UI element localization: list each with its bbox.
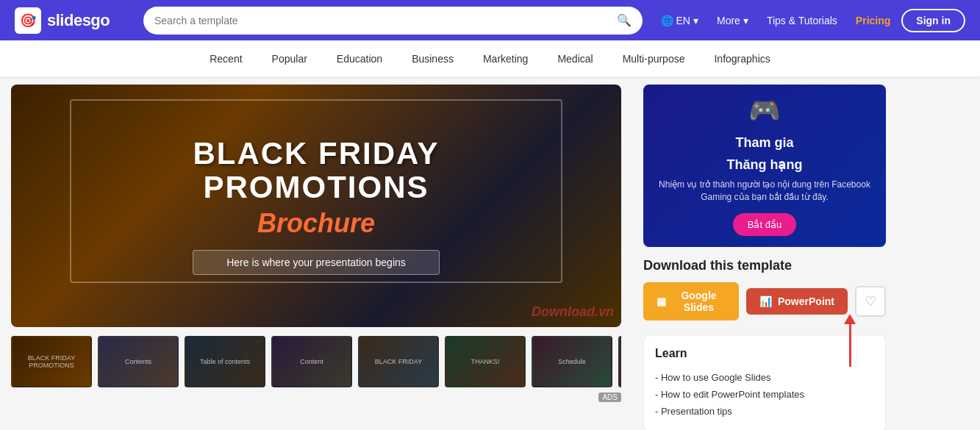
ad-title-1: Tham gia <box>735 135 793 151</box>
arrow-line <box>849 323 851 367</box>
logo-area: 🎯 slidesgo <box>15 7 132 34</box>
main-content: BLACK FRIDAY PROMOTIONS Brochure Here is… <box>0 77 980 430</box>
nav-item-multipurpose[interactable]: Multi-purpose <box>623 49 685 68</box>
thumbnail-3[interactable]: Table of contents <box>185 336 265 387</box>
watermark: Download.vn <box>532 304 614 320</box>
header: 🎯 slidesgo 🔍 🌐 EN ▾ More ▾ Tips & Tutori… <box>0 0 980 40</box>
nav-item-popular[interactable]: Popular <box>272 49 307 68</box>
ad-title-2: Thăng hạng <box>727 157 803 173</box>
download-title: Download this template <box>643 258 886 273</box>
language-button[interactable]: 🌐 EN ▾ <box>654 10 706 31</box>
thumbnail-8[interactable] <box>618 336 621 387</box>
thumbnail-5[interactable]: BLACK FRIDAY <box>358 336 439 387</box>
more-button[interactable]: More ▾ <box>709 10 756 31</box>
header-right: 🌐 EN ▾ More ▾ Tips & Tutorials Pricing S… <box>654 9 965 32</box>
search-bar: 🔍 <box>143 7 643 35</box>
powerpoint-icon: 📊 <box>759 295 772 307</box>
thumbnail-1[interactable]: BLACK FRIDAY PROMOTIONS <box>11 336 92 387</box>
download-section: Download this template ▦ Google Slides 📊… <box>643 258 886 320</box>
search-icon: 🔍 <box>617 13 632 27</box>
tips-tutorials-button[interactable]: Tips & Tutorials <box>759 10 845 31</box>
learn-link-presentation-tips[interactable]: - Presentation tips <box>655 403 874 420</box>
thumbnail-6[interactable]: THANKS! <box>445 336 526 387</box>
logo-icon: 🎯 <box>15 7 41 34</box>
gamepad-icon: 🎮 <box>748 96 781 126</box>
favorite-button[interactable]: ♡ <box>855 286 886 317</box>
nav-item-recent[interactable]: Recent <box>210 49 242 68</box>
learn-link-google-slides[interactable]: - How to use Google Slides <box>655 369 874 386</box>
search-input[interactable] <box>154 15 609 26</box>
right-panel: 🎮 Tham gia Thăng hạng Nhiệm vụ trở thành… <box>632 77 897 430</box>
logo-text: slidesgo <box>47 11 110 30</box>
slide-thumbnails: BLACK FRIDAY PROMOTIONS Contents Table o… <box>11 336 621 387</box>
main-nav: Recent Popular Education Business Market… <box>0 40 980 77</box>
signin-button[interactable]: Sign in <box>901 9 965 32</box>
thumbnail-4[interactable]: Content <box>271 336 352 387</box>
google-slides-button[interactable]: ▦ Google Slides <box>643 282 739 320</box>
thumbnail-2[interactable]: Contents <box>98 336 179 387</box>
ad-description: Nhiệm vụ trở thành người tạo nội dung tr… <box>654 179 875 204</box>
thumbnail-7[interactable]: Schedule <box>532 336 612 387</box>
main-slide-preview[interactable]: BLACK FRIDAY PROMOTIONS Brochure Here is… <box>11 85 621 327</box>
nav-item-marketing[interactable]: Marketing <box>483 49 528 68</box>
google-slides-icon: ▦ <box>657 295 666 307</box>
ads-badge: ADS <box>11 390 621 403</box>
pricing-button[interactable]: Pricing <box>848 10 898 31</box>
powerpoint-button[interactable]: 📊 PowerPoint <box>746 288 848 315</box>
ad-cta-button[interactable]: Bắt đầu <box>733 213 796 236</box>
ad-banner: 🎮 Tham gia Thăng hạng Nhiệm vụ trở thành… <box>643 85 886 247</box>
heart-icon: ♡ <box>865 293 876 309</box>
nav-item-infographics[interactable]: Infographics <box>714 49 770 68</box>
learn-link-powerpoint[interactable]: - How to edit PowerPoint templates <box>655 386 874 403</box>
left-panel: BLACK FRIDAY PROMOTIONS Brochure Here is… <box>0 77 632 430</box>
arrow-indicator <box>844 314 856 367</box>
learn-title: Learn <box>655 347 874 360</box>
nav-item-business[interactable]: Business <box>412 49 454 68</box>
slide-border <box>70 99 562 283</box>
nav-item-education[interactable]: Education <box>337 49 382 68</box>
learn-section: Learn - How to use Google Slides - How t… <box>643 335 886 430</box>
nav-item-medical[interactable]: Medical <box>557 49 593 68</box>
